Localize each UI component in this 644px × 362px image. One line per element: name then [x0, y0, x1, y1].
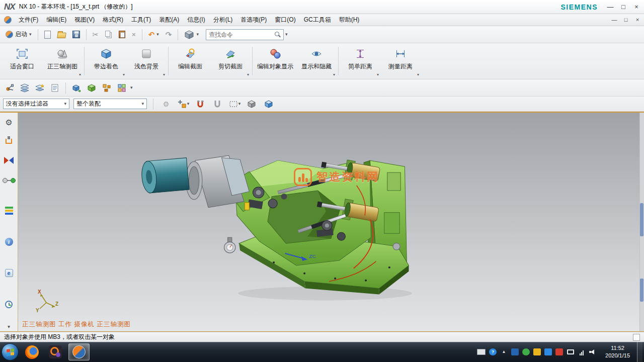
edit-object-display-button[interactable]: 编辑对象显示	[254, 44, 296, 78]
start-button[interactable]	[2, 343, 19, 360]
chevron-down-icon[interactable]	[417, 72, 419, 77]
light-background-button[interactable]: 浅色背景	[126, 44, 167, 78]
web-browser-button[interactable]	[3, 267, 15, 279]
help-icon[interactable]	[489, 348, 497, 355]
menu-view[interactable]: 视图(V)	[70, 14, 99, 26]
maximize-button[interactable]: □	[620, 4, 627, 10]
chevron-down-icon[interactable]	[238, 102, 241, 106]
show-and-hide-button[interactable]: 显示和隐藏	[296, 44, 337, 78]
taskbar-nx-button[interactable]	[68, 343, 90, 360]
rectangle-select-button[interactable]	[228, 98, 241, 111]
selection-filter-dropdown[interactable]: 没有选择过滤器	[3, 99, 69, 109]
start-menu-button[interactable]: 启动	[3, 28, 34, 41]
open-file-button[interactable]	[55, 28, 68, 41]
menu-gc-toolbox[interactable]: GC工具箱	[300, 14, 335, 26]
assembly-sequence-button[interactable]	[85, 81, 98, 95]
chevron-down-icon[interactable]	[247, 72, 249, 77]
show-desktop-button[interactable]	[637, 342, 642, 362]
undo-button[interactable]	[146, 28, 162, 41]
minimize-button[interactable]: —	[607, 4, 614, 10]
simple-distance-button[interactable]: 简单距离	[340, 44, 380, 78]
measure-distance-button[interactable]: 测量距离	[380, 44, 421, 78]
child-close-button[interactable]: ×	[634, 17, 641, 23]
menu-assemblies[interactable]: 装配(A)	[155, 14, 183, 26]
selection-scope-dropdown[interactable]: 整个装配	[73, 99, 147, 109]
antivirus-icon[interactable]	[522, 348, 530, 355]
delete-button[interactable]	[129, 28, 138, 41]
close-button[interactable]: ×	[633, 4, 640, 10]
render-style-button[interactable]	[182, 28, 201, 41]
command-finder[interactable]	[206, 29, 284, 40]
chevron-down-icon[interactable]	[285, 32, 288, 37]
menu-tools[interactable]: 工具(T)	[127, 14, 155, 26]
search-input[interactable]	[209, 31, 272, 38]
taskbar-browser-button[interactable]	[21, 343, 42, 360]
layer-category-button[interactable]	[33, 81, 46, 95]
chevron-down-icon[interactable]	[187, 102, 190, 106]
link-navigator-button[interactable]	[3, 174, 15, 185]
exploded-view-button[interactable]	[100, 81, 113, 95]
clip-section-button[interactable]: 剪切截面	[210, 44, 251, 78]
cad-model-3d[interactable]: ZC	[18, 113, 644, 331]
magnet-alt-button[interactable]	[211, 98, 224, 111]
new-file-button[interactable]	[42, 28, 53, 41]
taskbar-clock[interactable]: 11:52 2020/1/15	[601, 344, 634, 360]
chevron-down-icon[interactable]	[333, 72, 335, 77]
resource-bar-more-button[interactable]	[8, 324, 10, 329]
input-indicator-icon[interactable]	[477, 349, 486, 355]
constraint-navigator-button[interactable]	[3, 155, 15, 166]
messenger-icon[interactable]	[544, 348, 552, 355]
reuse-library-button[interactable]	[3, 205, 15, 216]
hidden-icons-arrow[interactable]	[500, 348, 508, 355]
menu-help[interactable]: 帮助(H)	[335, 14, 364, 26]
history-button[interactable]	[3, 299, 15, 310]
fit-window-button[interactable]: 适合窗口	[2, 44, 42, 78]
viewport-scrollbar[interactable]	[639, 113, 644, 331]
copy-button[interactable]	[103, 28, 115, 41]
move-component-button[interactable]	[70, 81, 83, 95]
scrollbar-thumb[interactable]	[640, 279, 643, 302]
csys-button[interactable]	[3, 81, 16, 95]
menu-analysis[interactable]: 分析(L)	[209, 14, 237, 26]
info-button[interactable]	[3, 236, 15, 247]
menu-edit[interactable]: 编辑(E)	[42, 14, 70, 26]
chevron-down-icon[interactable]	[123, 72, 125, 77]
menu-window[interactable]: 窗口(O)	[271, 14, 299, 26]
shield-icon[interactable]	[533, 348, 541, 355]
security-icon[interactable]	[511, 348, 519, 355]
display-icon[interactable]	[567, 349, 574, 354]
paste-button[interactable]	[116, 28, 128, 41]
assembly-navigator-button[interactable]	[3, 136, 15, 147]
child-restore-button[interactable]: □	[622, 17, 629, 23]
chevron-down-icon[interactable]	[163, 72, 165, 77]
menu-preferences[interactable]: 首选项(P)	[236, 14, 271, 26]
edit-section-button[interactable]: 编辑截面	[170, 44, 210, 78]
shaded-with-edges-button[interactable]: 带边着色	[86, 44, 126, 78]
shaded-cube-button[interactable]	[245, 98, 258, 111]
download-icon[interactable]	[555, 348, 563, 355]
pattern-component-button[interactable]	[115, 81, 128, 95]
status-grip-icon[interactable]	[633, 334, 640, 341]
orientation-triad[interactable]: X Y Z	[34, 289, 58, 313]
volume-icon[interactable]	[589, 349, 596, 355]
chevron-down-icon[interactable]	[377, 72, 379, 77]
scrollbar-thumb[interactable]	[640, 203, 643, 236]
layer-visible-button[interactable]	[48, 81, 61, 95]
magnet-button[interactable]	[194, 98, 207, 111]
snap-point-button[interactable]	[177, 98, 190, 111]
network-icon[interactable]	[578, 348, 585, 355]
chevron-down-icon[interactable]	[130, 85, 133, 90]
menu-file[interactable]: 文件(F)	[15, 14, 42, 26]
snap-settings-button[interactable]	[159, 98, 173, 111]
child-minimize-button[interactable]: —	[611, 17, 618, 23]
save-button[interactable]	[70, 28, 83, 41]
menu-format[interactable]: 格式(R)	[99, 14, 127, 26]
roles-gear-button[interactable]	[3, 117, 15, 128]
redo-button[interactable]	[163, 28, 175, 41]
cut-button[interactable]	[90, 28, 102, 41]
isometric-view-button[interactable]: 正三轴测图	[42, 44, 83, 78]
chevron-down-icon[interactable]	[79, 72, 81, 77]
layer-settings-button[interactable]	[18, 81, 31, 95]
wireframe-cube-button[interactable]	[262, 98, 275, 111]
graphics-viewport[interactable]: ZC 智造资料网 X Y Z 正三轴测图 工作 摄像机 正三轴测图	[18, 113, 644, 331]
